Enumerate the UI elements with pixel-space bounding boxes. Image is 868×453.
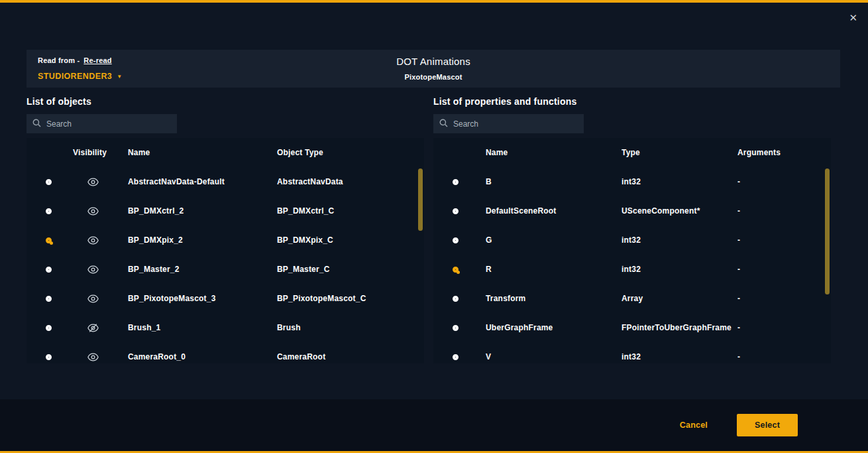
properties-search-input[interactable]	[453, 119, 578, 129]
object-row[interactable]: BP_PixotopeMascot_3BP_PixotopeMascot_C	[27, 284, 424, 313]
properties-table: Name Type Arguments Bint32-DefaultSceneR…	[433, 138, 831, 363]
header-bar: Read from -Re-read STUDIORENDER3 ▼ DOT A…	[27, 50, 840, 88]
radio[interactable]	[453, 179, 459, 185]
property-arguments: -	[737, 226, 831, 255]
object-type: AbstractNavData	[277, 167, 424, 196]
footer-bar: Cancel Select	[0, 399, 868, 451]
property-type: int32	[622, 226, 737, 255]
eye-icon[interactable]	[87, 294, 99, 303]
radio[interactable]	[453, 354, 459, 360]
eye-icon[interactable]	[87, 178, 99, 186]
radio[interactable]	[46, 179, 52, 185]
cancel-button[interactable]: Cancel	[680, 421, 708, 430]
property-name: UberGraphFrame	[477, 313, 622, 342]
property-arguments: -	[737, 284, 831, 313]
property-name: G	[477, 226, 622, 255]
objects-panel-title: List of objects	[27, 96, 424, 107]
column-header-name: Name	[128, 138, 277, 167]
property-arguments: -	[737, 196, 831, 226]
column-header-name: Name	[477, 138, 622, 167]
radio[interactable]	[46, 208, 52, 214]
close-icon[interactable]: ✕	[849, 13, 857, 23]
property-row[interactable]: Gint32-	[433, 226, 831, 255]
search-icon	[32, 118, 41, 130]
property-type: USceneComponent*	[622, 196, 737, 226]
property-arguments: -	[737, 255, 831, 284]
property-type: int32	[622, 255, 737, 284]
object-type: BP_DMXctrl_C	[277, 196, 424, 226]
properties-table-rows: Bint32-DefaultSceneRootUSceneComponent*-…	[433, 167, 831, 363]
objects-table-rows: AbstractNavData-DefaultAbstractNavDataBP…	[27, 167, 424, 363]
property-row[interactable]: UberGraphFrameFPointerToUberGraphFrame-	[433, 313, 831, 342]
object-row[interactable]: BP_Master_2BP_Master_C	[27, 255, 424, 284]
eye-icon[interactable]	[87, 353, 99, 361]
property-row[interactable]: Rint32-	[433, 255, 831, 284]
property-arguments: -	[737, 342, 831, 363]
radio[interactable]	[46, 296, 52, 302]
radio[interactable]	[453, 296, 459, 302]
eye-icon[interactable]	[87, 236, 99, 245]
accent-bar-top	[0, 0, 868, 3]
objects-table-header: Visibility Name Object Type	[27, 138, 424, 167]
property-arguments: -	[737, 313, 831, 342]
column-header-visibility: Visibility	[70, 138, 128, 167]
properties-search-box[interactable]	[433, 114, 584, 133]
object-type: BP_Master_C	[277, 255, 424, 284]
radio[interactable]	[453, 237, 459, 243]
property-arguments: -	[737, 167, 831, 196]
objects-table: Visibility Name Object Type AbstractNavD…	[27, 138, 424, 363]
eye-slash-icon[interactable]	[87, 324, 99, 332]
radio-selected[interactable]	[46, 237, 52, 243]
column-header-type: Type	[622, 138, 737, 167]
property-name: V	[477, 342, 622, 363]
object-name: AbstractNavData-Default	[128, 167, 277, 196]
property-name: B	[477, 167, 622, 196]
object-row[interactable]: Brush_1Brush	[27, 313, 424, 342]
property-row[interactable]: DefaultSceneRootUSceneComponent*-	[433, 196, 831, 226]
search-icon	[439, 118, 448, 130]
object-row[interactable]: BP_DMXpix_2BP_DMXpix_C	[27, 226, 424, 255]
property-type: Array	[622, 284, 737, 313]
property-name: DefaultSceneRoot	[477, 196, 622, 226]
object-type: Brush	[277, 313, 424, 342]
objects-panel: List of objects Visibility Name Object T…	[27, 96, 424, 363]
object-row[interactable]: BP_DMXctrl_2BP_DMXctrl_C	[27, 196, 424, 226]
properties-panel-title: List of properties and functions	[433, 96, 831, 107]
object-name: BP_PixotopeMascot_3	[128, 284, 277, 313]
object-row[interactable]: CameraRoot_0CameraRoot	[27, 342, 424, 363]
property-type: FPointerToUberGraphFrame	[622, 313, 737, 342]
radio[interactable]	[453, 325, 459, 331]
dot-animations-dialog: ✕ Read from -Re-read STUDIORENDER3 ▼ DOT…	[0, 0, 868, 453]
select-button[interactable]: Select	[737, 414, 798, 436]
property-name: Transform	[477, 284, 622, 313]
scrollbar-thumb[interactable]	[418, 168, 423, 231]
object-row[interactable]: AbstractNavData-DefaultAbstractNavData	[27, 167, 424, 196]
property-name: R	[477, 255, 622, 284]
properties-table-header: Name Type Arguments	[433, 138, 831, 167]
object-name: BP_DMXctrl_2	[128, 196, 277, 226]
property-row[interactable]: Bint32-	[433, 167, 831, 196]
object-type: BP_DMXpix_C	[277, 226, 424, 255]
radio[interactable]	[46, 267, 52, 273]
radio[interactable]	[453, 208, 459, 214]
eye-icon[interactable]	[87, 265, 99, 274]
object-name: CameraRoot_0	[128, 342, 277, 363]
property-row[interactable]: TransformArray-	[433, 284, 831, 313]
property-type: int32	[622, 167, 737, 196]
objects-search-input[interactable]	[46, 119, 171, 129]
dialog-title: DOT Animations	[27, 56, 840, 67]
column-header-arguments: Arguments	[737, 138, 831, 167]
property-type: int32	[622, 342, 737, 363]
column-header-object-type: Object Type	[277, 138, 424, 167]
object-type: BP_PixotopeMascot_C	[277, 284, 424, 313]
object-name: BP_DMXpix_2	[128, 226, 277, 255]
dialog-subtitle: PixotopeMascot	[27, 73, 840, 81]
radio[interactable]	[46, 354, 52, 360]
eye-icon[interactable]	[87, 207, 99, 216]
object-type: CameraRoot	[277, 342, 424, 363]
property-row[interactable]: Vint32-	[433, 342, 831, 363]
radio-selected[interactable]	[453, 267, 459, 273]
objects-search-box[interactable]	[27, 114, 177, 133]
scrollbar-thumb[interactable]	[825, 168, 830, 294]
radio[interactable]	[46, 325, 52, 331]
